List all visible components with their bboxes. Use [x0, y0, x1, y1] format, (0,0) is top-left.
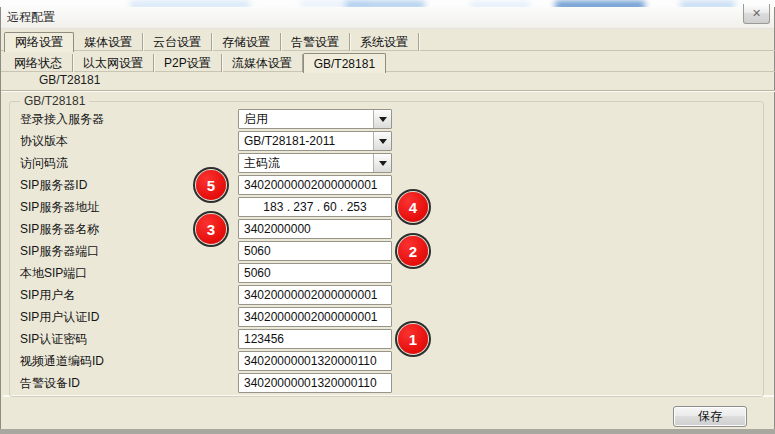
subtab-gbt28181[interactable]: GB/T28181 [303, 53, 386, 73]
protocol-version-fieldwrap: GB/T28181-2011 [238, 131, 392, 151]
local-sip-port-input[interactable] [238, 263, 392, 283]
form-row: 协议版本GB/T28181-2011 [10, 130, 763, 152]
tab-system[interactable]: 系统设置 [350, 33, 419, 51]
form-row: SIP认证密码1 [10, 328, 763, 350]
form-row: SIP用户认证ID [10, 306, 763, 328]
local-sip-port-fieldwrap [238, 263, 392, 283]
secondary-tabstrip: 网络状态以太网设置P2P设置流媒体设置GB/T28181 [4, 52, 386, 72]
tab-ptz[interactable]: 云台设置 [143, 33, 212, 51]
form-row: SIP服务器地址4 [10, 196, 763, 218]
protocol-version-select[interactable]: GB/T28181-2011 [238, 131, 392, 151]
tab-media[interactable]: 媒体设置 [74, 33, 143, 51]
form-rows: 登录接入服务器启用协议版本GB/T28181-2011访问码流主码流SIP服务器… [10, 108, 763, 394]
sip-auth-password-input[interactable] [238, 329, 392, 349]
chevron-down-icon[interactable] [373, 154, 391, 172]
sip-user-auth-id-input[interactable] [238, 307, 392, 327]
sip-server-id-fieldwrap: 5 [238, 175, 392, 195]
alarm-device-id-label: 告警设备ID [10, 375, 80, 392]
tab-alarm[interactable]: 告警设置 [281, 33, 350, 51]
form-row: 访问码流主码流 [10, 152, 763, 174]
login-server-selected-value: 启用 [239, 111, 373, 128]
sip-server-id-input[interactable] [238, 175, 392, 195]
access-stream-select[interactable]: 主码流 [238, 153, 392, 173]
login-server-label: 登录接入服务器 [10, 111, 104, 128]
form-row: SIP用户名 [10, 284, 763, 306]
sip-server-port-label: SIP服务器端口 [10, 243, 99, 260]
window-bottom-edge [0, 429, 775, 434]
subtab-ethernet[interactable]: 以太网设置 [73, 54, 154, 72]
sip-user-auth-id-label: SIP用户认证ID [10, 309, 99, 326]
page-heading: GB/T28181 [39, 73, 100, 87]
alarm-device-id-input[interactable] [238, 373, 392, 393]
groupbox-legend: GB/T28181 [20, 94, 89, 108]
chevron-down-icon[interactable] [373, 110, 391, 128]
login-server-fieldwrap: 启用 [238, 109, 392, 129]
sip-server-address-fieldwrap: 4 [238, 197, 392, 217]
sip-server-address-input[interactable] [238, 197, 392, 217]
subtab-network-status[interactable]: 网络状态 [4, 54, 73, 72]
form-row: SIP服务器ID5 [10, 174, 763, 196]
form-row: 视频通道编码ID [10, 350, 763, 372]
login-server-select[interactable]: 启用 [238, 109, 392, 129]
sip-server-name-input[interactable] [238, 219, 392, 239]
form-row: 本地SIP端口 [10, 262, 763, 284]
sip-server-address-label: SIP服务器地址 [10, 199, 99, 216]
sip-auth-password-label: SIP认证密码 [10, 331, 87, 348]
sip-server-name-label: SIP服务器名称 [10, 221, 99, 238]
sip-user-auth-id-fieldwrap [238, 307, 392, 327]
title-bar[interactable]: 远程配置 ✕ [1, 7, 774, 29]
chevron-down-icon[interactable] [373, 132, 391, 150]
protocol-version-selected-value: GB/T28181-2011 [239, 134, 373, 148]
sip-username-label: SIP用户名 [10, 287, 75, 304]
access-stream-label: 访问码流 [10, 155, 68, 172]
gbt28181-groupbox: GB/T28181 登录接入服务器启用协议版本GB/T28181-2011访问码… [9, 101, 764, 397]
alarm-device-id-fieldwrap [238, 373, 392, 393]
sip-server-id-label: SIP服务器ID [10, 177, 87, 194]
access-stream-selected-value: 主码流 [239, 155, 373, 172]
remote-config-dialog: 远程配置 ✕ 网络设置媒体设置云台设置存储设置告警设置系统设置 网络状态以太网设… [0, 7, 775, 429]
window-title: 远程配置 [7, 9, 55, 26]
close-button[interactable]: ✕ [743, 4, 770, 24]
form-row: SIP服务器名称3 [10, 218, 763, 240]
form-row: SIP服务器端口2 [10, 240, 763, 262]
save-button[interactable]: 保存 [673, 406, 747, 427]
close-icon: ✕ [752, 7, 761, 20]
dialog-body: 网络设置媒体设置云台设置存储设置告警设置系统设置 网络状态以太网设置P2P设置流… [1, 29, 774, 430]
sip-server-name-fieldwrap: 3 [238, 219, 392, 239]
video-channel-id-fieldwrap [238, 351, 392, 371]
local-sip-port-label: 本地SIP端口 [10, 265, 87, 282]
protocol-version-label: 协议版本 [10, 133, 68, 150]
video-channel-id-label: 视频通道编码ID [10, 353, 104, 370]
tab-storage[interactable]: 存储设置 [212, 33, 281, 51]
heading-divider [1, 90, 775, 92]
access-stream-fieldwrap: 主码流 [238, 153, 392, 173]
sip-server-port-input[interactable] [238, 241, 392, 261]
tab-network[interactable]: 网络设置 [4, 32, 74, 52]
save-button-label: 保存 [698, 408, 722, 425]
sip-auth-password-fieldwrap: 1 [238, 329, 392, 349]
subtab-stream-media[interactable]: 流媒体设置 [222, 54, 303, 72]
primary-tabstrip: 网络设置媒体设置云台设置存储设置告警设置系统设置 [4, 31, 419, 51]
video-channel-id-input[interactable] [238, 351, 392, 371]
form-row: 登录接入服务器启用 [10, 108, 763, 130]
sip-username-fieldwrap [238, 285, 392, 305]
sip-username-input[interactable] [238, 285, 392, 305]
subtab-p2p[interactable]: P2P设置 [154, 54, 222, 72]
form-row: 告警设备ID [10, 372, 763, 394]
sip-server-port-fieldwrap: 2 [238, 241, 392, 261]
